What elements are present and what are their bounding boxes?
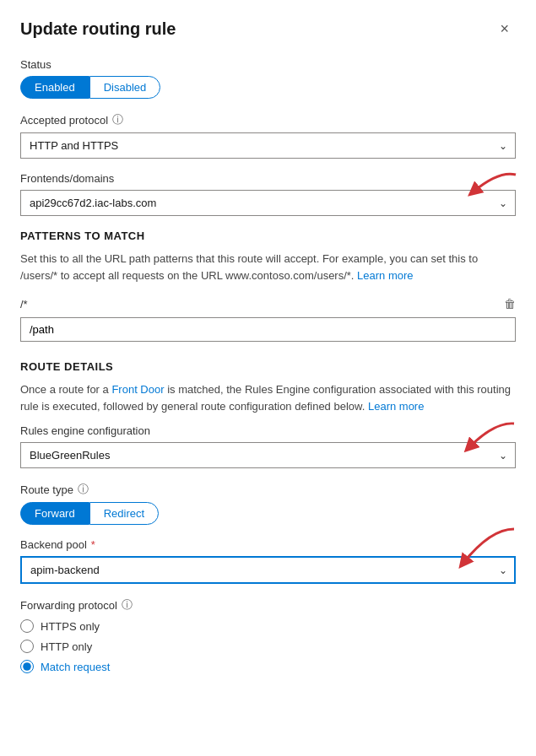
backend-pool-dropdown[interactable]: apim-backend: [20, 556, 516, 584]
pattern-row: /* 🗑: [20, 294, 516, 314]
forwarding-protocol-radio-group: HTTPS only HTTP only Match request: [20, 619, 516, 673]
patterns-learn-more-link[interactable]: Learn more: [357, 269, 413, 282]
forwarding-protocol-https-only[interactable]: HTTPS only: [20, 619, 516, 633]
accepted-protocol-label: Accepted protocol ⓘ: [20, 112, 516, 127]
rules-engine-dropdown-wrapper: BlueGreenRules (None) ⌄: [20, 442, 516, 468]
accepted-protocol-dropdown[interactable]: HTTP and HTTPS HTTP only HTTPS only: [20, 132, 516, 159]
frontends-domains-label: Frontends/domains: [20, 172, 516, 185]
rules-engine-label: Rules engine configuration: [20, 424, 516, 437]
backend-pool-dropdown-wrapper: apim-backend ⌄: [20, 556, 516, 584]
forwarding-protocol-info-icon[interactable]: ⓘ: [122, 597, 133, 613]
forwarding-protocol-label: Forwarding protocol ⓘ: [20, 597, 516, 613]
update-routing-rule-panel: Update routing rule × Status Enabled Dis…: [0, 0, 536, 756]
forwarding-protocol-https-only-label: HTTPS only: [41, 620, 100, 633]
route-type-label: Route type ⓘ: [20, 482, 516, 497]
panel-title: Update routing rule: [20, 19, 176, 39]
route-type-info-icon[interactable]: ⓘ: [78, 482, 89, 497]
close-button[interactable]: ×: [493, 17, 516, 41]
forwarding-protocol-match-request-radio[interactable]: [20, 660, 34, 673]
pattern-value: /*: [20, 298, 28, 310]
patterns-description: Set this to all the URL path patterns th…: [20, 251, 516, 284]
rules-engine-dropdown[interactable]: BlueGreenRules (None): [20, 442, 516, 468]
frontends-domains-dropdown-wrapper: api29cc67d2.iac-labs.com ⌄: [20, 190, 516, 216]
front-door-link[interactable]: Front Door: [111, 383, 164, 396]
status-enabled-button[interactable]: Enabled: [20, 76, 89, 99]
status-disabled-button[interactable]: Disabled: [89, 76, 161, 99]
panel-header: Update routing rule ×: [20, 17, 516, 41]
status-toggle-group: Enabled Disabled: [20, 76, 516, 99]
route-details-learn-more-link[interactable]: Learn more: [368, 400, 424, 413]
pattern-input[interactable]: [20, 317, 516, 342]
accepted-protocol-dropdown-wrapper: HTTP and HTTPS HTTP only HTTPS only ⌄: [20, 132, 516, 159]
status-label: Status: [20, 58, 516, 71]
patterns-section-heading: PATTERNS TO MATCH: [20, 230, 516, 242]
backend-pool-required-indicator: *: [91, 538, 95, 551]
forwarding-protocol-match-request[interactable]: Match request: [20, 660, 516, 673]
route-details-description: Once a route for a Front Door is matched…: [20, 381, 516, 414]
forwarding-protocol-http-only[interactable]: HTTP only: [20, 640, 516, 653]
forwarding-protocol-http-only-radio[interactable]: [20, 640, 34, 653]
accepted-protocol-info-icon[interactable]: ⓘ: [112, 112, 123, 127]
delete-pattern-icon[interactable]: 🗑: [504, 297, 516, 310]
backend-pool-label: Backend pool *: [20, 538, 516, 551]
forwarding-protocol-http-only-label: HTTP only: [41, 640, 92, 653]
route-type-toggle-group: Forward Redirect: [20, 502, 516, 525]
route-type-redirect-button[interactable]: Redirect: [89, 502, 159, 525]
forwarding-protocol-https-only-radio[interactable]: [20, 619, 34, 633]
forwarding-protocol-match-request-label: Match request: [41, 661, 110, 673]
route-details-heading: ROUTE DETAILS: [20, 360, 516, 373]
route-type-forward-button[interactable]: Forward: [20, 502, 89, 525]
frontends-domains-dropdown[interactable]: api29cc67d2.iac-labs.com: [20, 190, 516, 216]
